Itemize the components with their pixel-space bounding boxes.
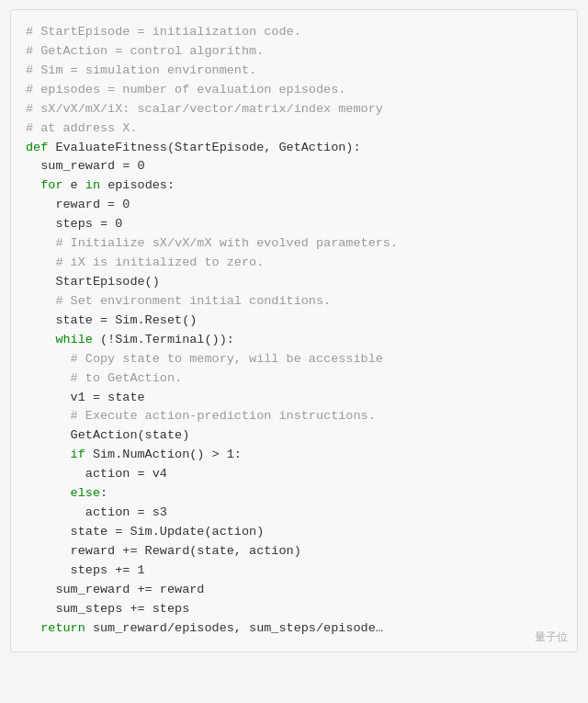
watermark: 量子位 bbox=[535, 629, 568, 646]
code-line-1: # StartEpisode = initialization code. bbox=[26, 23, 562, 42]
code-line-17: while (!Sim.Terminal()): bbox=[26, 331, 562, 350]
code-line-12: # Initialize sX/vX/mX with evolved param… bbox=[26, 234, 562, 254]
code-line-10: reward = 0 bbox=[26, 196, 562, 215]
code-line-19: # to GetAction. bbox=[26, 369, 562, 389]
code-line-32: return sum_reward/episodes, sum_steps/ep… bbox=[26, 619, 562, 639]
code-line-26: action = s3 bbox=[26, 504, 562, 523]
code-line-3: # Sim = simulation environment. bbox=[26, 62, 562, 81]
keyword-if: if bbox=[71, 448, 85, 461]
code-line-4: # episodes = number of evaluation episod… bbox=[26, 81, 562, 100]
code-line-23: if Sim.NumAction() > 1: bbox=[26, 446, 562, 465]
code-line-8: sum_reward = 0 bbox=[26, 157, 562, 176]
code-line-18: # Copy state to memory, will be accessib… bbox=[26, 350, 562, 369]
code-line-14: StartEpisode() bbox=[26, 273, 562, 292]
code-line-9: for e in episodes: bbox=[26, 176, 562, 196]
code-line-16: state = Sim.Reset() bbox=[26, 312, 562, 331]
code-line-21: # Execute action-prediction instructions… bbox=[26, 407, 562, 426]
code-line-7: def EvaluateFitness(StartEpisode, GetAct… bbox=[26, 139, 562, 158]
code-line-11: steps = 0 bbox=[26, 215, 562, 234]
keyword-while: while bbox=[55, 333, 93, 346]
code-line-31: sum_steps += steps bbox=[26, 600, 562, 619]
code-line-15: # Set environment initial conditions. bbox=[26, 292, 562, 312]
code-line-28: reward += Reward(state, action) bbox=[26, 542, 562, 561]
def-signature: EvaluateFitness(StartEpisode, GetAction)… bbox=[55, 141, 360, 154]
code-line-25: else: bbox=[26, 484, 562, 504]
code-line-5: # sX/vX/mX/iX: scalar/vector/matrix/inde… bbox=[26, 100, 562, 119]
return-value: sum_reward/episodes, sum_steps/episode… bbox=[93, 621, 383, 635]
code-line-20: v1 = state bbox=[26, 389, 562, 408]
keyword-for: for bbox=[40, 178, 62, 192]
keyword-in: in bbox=[85, 178, 100, 192]
code-block: # StartEpisode = initialization code.# G… bbox=[10, 9, 578, 652]
code-line-27: state = Sim.Update(action) bbox=[26, 523, 562, 542]
code-line-2: # GetAction = control algorithm. bbox=[26, 42, 562, 62]
keyword-def: def bbox=[26, 141, 55, 154]
code-line-13: # iX is initialized to zero. bbox=[26, 254, 562, 273]
code-line-6: # at address X. bbox=[26, 119, 562, 139]
code-line-29: steps += 1 bbox=[26, 561, 562, 581]
keyword-else: else bbox=[71, 486, 100, 500]
code-line-30: sum_reward += reward bbox=[26, 581, 562, 600]
code-line-22: GetAction(state) bbox=[26, 426, 562, 446]
keyword-return: return bbox=[26, 621, 93, 635]
code-line-24: action = v4 bbox=[26, 465, 562, 484]
